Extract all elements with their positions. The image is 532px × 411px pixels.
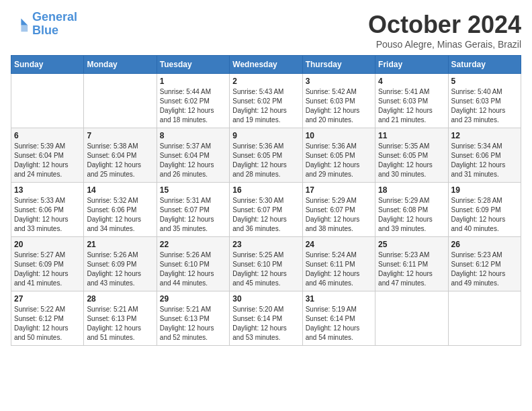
day-number: 27 — [14, 294, 81, 304]
logo: General Blue — [11, 11, 77, 38]
calendar-cell: 30Sunrise: 5:20 AM Sunset: 6:14 PM Dayli… — [230, 291, 302, 346]
calendar-cell: 9Sunrise: 5:36 AM Sunset: 6:05 PM Daylig… — [230, 128, 302, 183]
day-number: 28 — [87, 294, 153, 304]
calendar-cell: 13Sunrise: 5:33 AM Sunset: 6:06 PM Dayli… — [11, 183, 84, 237]
day-number: 6 — [14, 131, 81, 140]
day-info: Sunrise: 5:36 AM Sunset: 6:05 PM Dayligh… — [232, 142, 299, 179]
day-info: Sunrise: 5:31 AM Sunset: 6:07 PM Dayligh… — [160, 196, 226, 234]
day-number: 19 — [451, 185, 518, 195]
day-info: Sunrise: 5:21 AM Sunset: 6:13 PM Dayligh… — [87, 305, 153, 342]
month-title: October 2024 — [368, 11, 521, 39]
day-info: Sunrise: 5:27 AM Sunset: 6:09 PM Dayligh… — [14, 250, 81, 288]
calendar-cell — [84, 74, 157, 128]
day-info: Sunrise: 5:24 AM Sunset: 6:11 PM Dayligh… — [306, 250, 372, 288]
calendar-cell: 27Sunrise: 5:22 AM Sunset: 6:12 PM Dayli… — [11, 291, 84, 346]
calendar-table: Sunday Monday Tuesday Wednesday Thursday… — [11, 55, 521, 346]
day-info: Sunrise: 5:33 AM Sunset: 6:06 PM Dayligh… — [14, 196, 81, 234]
calendar-cell: 11Sunrise: 5:35 AM Sunset: 6:05 PM Dayli… — [375, 128, 448, 183]
calendar-cell — [448, 291, 521, 346]
logo-icon — [11, 15, 30, 34]
calendar-week-5: 27Sunrise: 5:22 AM Sunset: 6:12 PM Dayli… — [11, 291, 521, 346]
calendar-cell: 5Sunrise: 5:40 AM Sunset: 6:03 PM Daylig… — [448, 74, 521, 128]
calendar-cell: 19Sunrise: 5:28 AM Sunset: 6:09 PM Dayli… — [448, 183, 521, 237]
day-number: 25 — [378, 240, 445, 249]
col-friday: Friday — [375, 56, 448, 74]
col-monday: Monday — [84, 56, 157, 74]
calendar-cell: 28Sunrise: 5:21 AM Sunset: 6:13 PM Dayli… — [84, 291, 157, 346]
day-info: Sunrise: 5:26 AM Sunset: 6:09 PM Dayligh… — [87, 250, 153, 288]
svg-marker-1 — [21, 25, 28, 32]
day-info: Sunrise: 5:26 AM Sunset: 6:10 PM Dayligh… — [160, 250, 226, 288]
page-header: General Blue October 2024 Pouso Alegre, … — [11, 11, 521, 50]
day-number: 29 — [160, 294, 226, 304]
day-number: 9 — [232, 131, 299, 140]
day-number: 8 — [160, 131, 226, 140]
col-wednesday: Wednesday — [230, 56, 302, 74]
calendar-week-3: 13Sunrise: 5:33 AM Sunset: 6:06 PM Dayli… — [11, 183, 521, 237]
calendar-cell: 6Sunrise: 5:39 AM Sunset: 6:04 PM Daylig… — [11, 128, 84, 183]
calendar-cell: 29Sunrise: 5:21 AM Sunset: 6:13 PM Dayli… — [157, 291, 229, 346]
day-number: 23 — [232, 240, 299, 249]
day-number: 12 — [451, 131, 518, 140]
day-number: 13 — [14, 185, 81, 195]
day-number: 20 — [14, 240, 81, 249]
calendar-cell: 25Sunrise: 5:23 AM Sunset: 6:11 PM Dayli… — [375, 237, 448, 291]
day-number: 18 — [378, 185, 445, 195]
day-info: Sunrise: 5:36 AM Sunset: 6:05 PM Dayligh… — [306, 142, 372, 179]
svg-marker-0 — [21, 18, 28, 25]
day-number: 14 — [87, 185, 153, 195]
day-info: Sunrise: 5:43 AM Sunset: 6:02 PM Dayligh… — [232, 87, 299, 125]
calendar-cell: 17Sunrise: 5:29 AM Sunset: 6:07 PM Dayli… — [302, 183, 375, 237]
calendar-cell: 24Sunrise: 5:24 AM Sunset: 6:11 PM Dayli… — [302, 237, 375, 291]
day-info: Sunrise: 5:20 AM Sunset: 6:14 PM Dayligh… — [232, 305, 299, 342]
day-number: 21 — [87, 240, 153, 249]
calendar-cell: 10Sunrise: 5:36 AM Sunset: 6:05 PM Dayli… — [302, 128, 375, 183]
day-number: 3 — [306, 77, 372, 86]
day-info: Sunrise: 5:28 AM Sunset: 6:09 PM Dayligh… — [451, 196, 518, 234]
calendar-header-row: Sunday Monday Tuesday Wednesday Thursday… — [11, 56, 521, 74]
calendar-week-1: 1Sunrise: 5:44 AM Sunset: 6:02 PM Daylig… — [11, 74, 521, 128]
calendar-cell: 15Sunrise: 5:31 AM Sunset: 6:07 PM Dayli… — [157, 183, 229, 237]
day-info: Sunrise: 5:42 AM Sunset: 6:03 PM Dayligh… — [306, 87, 372, 125]
day-info: Sunrise: 5:25 AM Sunset: 6:10 PM Dayligh… — [232, 250, 299, 288]
day-info: Sunrise: 5:32 AM Sunset: 6:06 PM Dayligh… — [87, 196, 153, 234]
day-info: Sunrise: 5:19 AM Sunset: 6:14 PM Dayligh… — [306, 305, 372, 342]
logo-line2: Blue — [32, 24, 58, 37]
calendar-cell: 4Sunrise: 5:41 AM Sunset: 6:03 PM Daylig… — [375, 74, 448, 128]
day-info: Sunrise: 5:41 AM Sunset: 6:03 PM Dayligh… — [378, 87, 445, 125]
day-number: 30 — [232, 294, 299, 304]
day-number: 4 — [378, 77, 445, 86]
col-tuesday: Tuesday — [157, 56, 229, 74]
calendar-cell: 22Sunrise: 5:26 AM Sunset: 6:10 PM Dayli… — [157, 237, 229, 291]
calendar-cell: 7Sunrise: 5:38 AM Sunset: 6:04 PM Daylig… — [84, 128, 157, 183]
day-number: 16 — [232, 185, 299, 195]
col-thursday: Thursday — [302, 56, 375, 74]
day-info: Sunrise: 5:34 AM Sunset: 6:06 PM Dayligh… — [451, 142, 518, 179]
calendar-cell — [11, 74, 84, 128]
calendar-cell: 31Sunrise: 5:19 AM Sunset: 6:14 PM Dayli… — [302, 291, 375, 346]
day-number: 24 — [306, 240, 372, 249]
calendar-cell: 21Sunrise: 5:26 AM Sunset: 6:09 PM Dayli… — [84, 237, 157, 291]
calendar-cell: 14Sunrise: 5:32 AM Sunset: 6:06 PM Dayli… — [84, 183, 157, 237]
col-sunday: Sunday — [11, 56, 84, 74]
day-number: 26 — [451, 240, 518, 249]
day-info: Sunrise: 5:35 AM Sunset: 6:05 PM Dayligh… — [378, 142, 445, 179]
calendar-cell: 26Sunrise: 5:23 AM Sunset: 6:12 PM Dayli… — [448, 237, 521, 291]
calendar-cell: 1Sunrise: 5:44 AM Sunset: 6:02 PM Daylig… — [157, 74, 229, 128]
calendar-cell: 18Sunrise: 5:29 AM Sunset: 6:08 PM Dayli… — [375, 183, 448, 237]
calendar-cell: 8Sunrise: 5:37 AM Sunset: 6:04 PM Daylig… — [157, 128, 229, 183]
day-number: 22 — [160, 240, 226, 249]
col-saturday: Saturday — [448, 56, 521, 74]
day-info: Sunrise: 5:44 AM Sunset: 6:02 PM Dayligh… — [160, 87, 226, 125]
title-block: October 2024 Pouso Alegre, Minas Gerais,… — [368, 11, 521, 50]
day-number: 31 — [306, 294, 372, 304]
day-number: 1 — [160, 77, 226, 86]
day-number: 2 — [232, 77, 299, 86]
day-info: Sunrise: 5:30 AM Sunset: 6:07 PM Dayligh… — [232, 196, 299, 234]
calendar-week-4: 20Sunrise: 5:27 AM Sunset: 6:09 PM Dayli… — [11, 237, 521, 291]
day-info: Sunrise: 5:40 AM Sunset: 6:03 PM Dayligh… — [451, 87, 518, 125]
calendar-cell — [375, 291, 448, 346]
day-number: 7 — [87, 131, 153, 140]
day-info: Sunrise: 5:23 AM Sunset: 6:11 PM Dayligh… — [378, 250, 445, 288]
day-number: 17 — [306, 185, 372, 195]
